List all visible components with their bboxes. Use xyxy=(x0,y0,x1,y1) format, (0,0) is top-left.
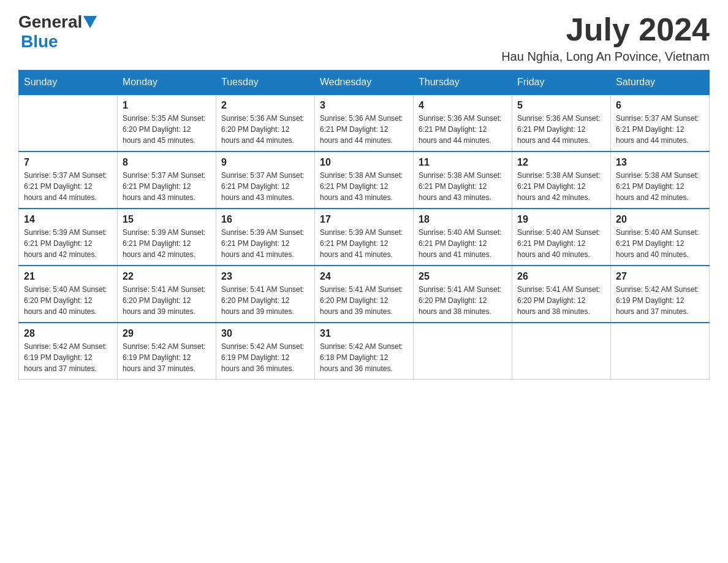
calendar-cell: 6Sunrise: 5:37 AM Sunset: 6:21 PM Daylig… xyxy=(611,94,710,151)
calendar-cell: 5Sunrise: 5:36 AM Sunset: 6:21 PM Daylig… xyxy=(512,94,611,151)
calendar-cell: 12Sunrise: 5:38 AM Sunset: 6:21 PM Dayli… xyxy=(512,151,611,209)
calendar-week-row: 21Sunrise: 5:40 AM Sunset: 6:20 PM Dayli… xyxy=(19,266,710,323)
location-subtitle: Hau Nghia, Long An Povince, Vietnam xyxy=(501,50,710,64)
calendar-cell: 23Sunrise: 5:41 AM Sunset: 6:20 PM Dayli… xyxy=(216,266,315,323)
title-section: July 2024 Hau Nghia, Long An Povince, Vi… xyxy=(501,12,710,64)
day-info: Sunrise: 5:37 AM Sunset: 6:21 PM Dayligh… xyxy=(24,170,112,203)
day-number: 28 xyxy=(24,328,112,339)
day-info: Sunrise: 5:41 AM Sunset: 6:20 PM Dayligh… xyxy=(517,284,605,317)
calendar-cell: 22Sunrise: 5:41 AM Sunset: 6:20 PM Dayli… xyxy=(118,266,216,323)
day-info: Sunrise: 5:42 AM Sunset: 6:18 PM Dayligh… xyxy=(320,341,408,374)
calendar-cell: 31Sunrise: 5:42 AM Sunset: 6:18 PM Dayli… xyxy=(315,323,414,380)
calendar-cell: 13Sunrise: 5:38 AM Sunset: 6:21 PM Dayli… xyxy=(611,151,710,209)
calendar-cell: 27Sunrise: 5:42 AM Sunset: 6:19 PM Dayli… xyxy=(611,266,710,323)
day-info: Sunrise: 5:41 AM Sunset: 6:20 PM Dayligh… xyxy=(123,284,211,317)
day-number: 2 xyxy=(221,100,309,111)
calendar-cell: 7Sunrise: 5:37 AM Sunset: 6:21 PM Daylig… xyxy=(19,151,118,209)
calendar-cell: 19Sunrise: 5:40 AM Sunset: 6:21 PM Dayli… xyxy=(512,209,611,266)
calendar-cell: 25Sunrise: 5:41 AM Sunset: 6:20 PM Dayli… xyxy=(414,266,512,323)
day-info: Sunrise: 5:41 AM Sunset: 6:20 PM Dayligh… xyxy=(320,284,408,317)
day-info: Sunrise: 5:36 AM Sunset: 6:21 PM Dayligh… xyxy=(517,113,605,146)
day-info: Sunrise: 5:40 AM Sunset: 6:21 PM Dayligh… xyxy=(419,227,507,260)
calendar-week-row: 28Sunrise: 5:42 AM Sunset: 6:19 PM Dayli… xyxy=(19,323,710,380)
logo-arrow-icon xyxy=(83,16,97,29)
day-number: 20 xyxy=(616,214,704,225)
calendar-cell: 8Sunrise: 5:37 AM Sunset: 6:21 PM Daylig… xyxy=(118,151,216,209)
day-number: 19 xyxy=(517,214,605,225)
day-info: Sunrise: 5:40 AM Sunset: 6:21 PM Dayligh… xyxy=(616,227,704,260)
month-year-title: July 2024 xyxy=(501,12,710,47)
calendar-cell: 18Sunrise: 5:40 AM Sunset: 6:21 PM Dayli… xyxy=(414,209,512,266)
day-number: 24 xyxy=(320,271,408,282)
day-number: 7 xyxy=(24,157,112,168)
day-number: 3 xyxy=(320,100,408,111)
day-info: Sunrise: 5:40 AM Sunset: 6:20 PM Dayligh… xyxy=(24,284,112,317)
calendar-cell: 3Sunrise: 5:36 AM Sunset: 6:21 PM Daylig… xyxy=(315,94,414,151)
day-info: Sunrise: 5:39 AM Sunset: 6:21 PM Dayligh… xyxy=(123,227,211,260)
day-number: 29 xyxy=(123,328,211,339)
calendar-cell xyxy=(611,323,710,380)
calendar-cell: 14Sunrise: 5:39 AM Sunset: 6:21 PM Dayli… xyxy=(19,209,118,266)
day-info: Sunrise: 5:36 AM Sunset: 6:21 PM Dayligh… xyxy=(320,113,408,146)
calendar-cell xyxy=(19,94,118,151)
day-info: Sunrise: 5:38 AM Sunset: 6:21 PM Dayligh… xyxy=(517,170,605,203)
day-info: Sunrise: 5:37 AM Sunset: 6:21 PM Dayligh… xyxy=(221,170,309,203)
col-header-friday: Friday xyxy=(512,71,611,95)
day-info: Sunrise: 5:39 AM Sunset: 6:21 PM Dayligh… xyxy=(24,227,112,260)
day-number: 22 xyxy=(123,271,211,282)
day-number: 11 xyxy=(419,157,507,168)
calendar-cell: 11Sunrise: 5:38 AM Sunset: 6:21 PM Dayli… xyxy=(414,151,512,209)
calendar-cell: 9Sunrise: 5:37 AM Sunset: 6:21 PM Daylig… xyxy=(216,151,315,209)
calendar-cell: 29Sunrise: 5:42 AM Sunset: 6:19 PM Dayli… xyxy=(118,323,216,380)
calendar-cell: 20Sunrise: 5:40 AM Sunset: 6:21 PM Dayli… xyxy=(611,209,710,266)
day-number: 4 xyxy=(419,100,507,111)
day-number: 26 xyxy=(517,271,605,282)
calendar-cell: 1Sunrise: 5:35 AM Sunset: 6:20 PM Daylig… xyxy=(118,94,216,151)
logo-blue-text: Blue xyxy=(21,32,58,52)
calendar-cell: 30Sunrise: 5:42 AM Sunset: 6:19 PM Dayli… xyxy=(216,323,315,380)
day-number: 18 xyxy=(419,214,507,225)
day-number: 31 xyxy=(320,328,408,339)
day-number: 6 xyxy=(616,100,704,111)
calendar-cell xyxy=(414,323,512,380)
logo: General Blue xyxy=(18,12,97,52)
day-info: Sunrise: 5:42 AM Sunset: 6:19 PM Dayligh… xyxy=(221,341,309,374)
day-number: 27 xyxy=(616,271,704,282)
day-info: Sunrise: 5:42 AM Sunset: 6:19 PM Dayligh… xyxy=(24,341,112,374)
col-header-monday: Monday xyxy=(118,71,216,95)
day-number: 8 xyxy=(123,157,211,168)
day-number: 1 xyxy=(123,100,211,111)
day-info: Sunrise: 5:35 AM Sunset: 6:20 PM Dayligh… xyxy=(123,113,211,146)
day-info: Sunrise: 5:38 AM Sunset: 6:21 PM Dayligh… xyxy=(419,170,507,203)
day-number: 12 xyxy=(517,157,605,168)
day-number: 9 xyxy=(221,157,309,168)
day-number: 25 xyxy=(419,271,507,282)
day-info: Sunrise: 5:39 AM Sunset: 6:21 PM Dayligh… xyxy=(320,227,408,260)
day-info: Sunrise: 5:38 AM Sunset: 6:21 PM Dayligh… xyxy=(320,170,408,203)
calendar-header-row: SundayMondayTuesdayWednesdayThursdayFrid… xyxy=(19,71,710,95)
day-info: Sunrise: 5:36 AM Sunset: 6:21 PM Dayligh… xyxy=(419,113,507,146)
calendar-cell: 24Sunrise: 5:41 AM Sunset: 6:20 PM Dayli… xyxy=(315,266,414,323)
calendar-week-row: 14Sunrise: 5:39 AM Sunset: 6:21 PM Dayli… xyxy=(19,209,710,266)
calendar-cell: 21Sunrise: 5:40 AM Sunset: 6:20 PM Dayli… xyxy=(19,266,118,323)
page-header: General Blue July 2024 Hau Nghia, Long A… xyxy=(18,12,710,64)
day-number: 10 xyxy=(320,157,408,168)
day-info: Sunrise: 5:42 AM Sunset: 6:19 PM Dayligh… xyxy=(123,341,211,374)
calendar-cell: 2Sunrise: 5:36 AM Sunset: 6:20 PM Daylig… xyxy=(216,94,315,151)
calendar-cell: 26Sunrise: 5:41 AM Sunset: 6:20 PM Dayli… xyxy=(512,266,611,323)
calendar-cell: 28Sunrise: 5:42 AM Sunset: 6:19 PM Dayli… xyxy=(19,323,118,380)
day-number: 15 xyxy=(123,214,211,225)
calendar-cell: 15Sunrise: 5:39 AM Sunset: 6:21 PM Dayli… xyxy=(118,209,216,266)
calendar-week-row: 7Sunrise: 5:37 AM Sunset: 6:21 PM Daylig… xyxy=(19,151,710,209)
calendar-table: SundayMondayTuesdayWednesdayThursdayFrid… xyxy=(18,70,710,380)
day-info: Sunrise: 5:41 AM Sunset: 6:20 PM Dayligh… xyxy=(221,284,309,317)
logo-general-text: General xyxy=(18,12,82,32)
day-info: Sunrise: 5:37 AM Sunset: 6:21 PM Dayligh… xyxy=(123,170,211,203)
calendar-cell: 4Sunrise: 5:36 AM Sunset: 6:21 PM Daylig… xyxy=(414,94,512,151)
day-number: 17 xyxy=(320,214,408,225)
svg-marker-0 xyxy=(83,16,97,28)
calendar-cell: 17Sunrise: 5:39 AM Sunset: 6:21 PM Dayli… xyxy=(315,209,414,266)
day-info: Sunrise: 5:42 AM Sunset: 6:19 PM Dayligh… xyxy=(616,284,704,317)
day-info: Sunrise: 5:37 AM Sunset: 6:21 PM Dayligh… xyxy=(616,113,704,146)
col-header-sunday: Sunday xyxy=(19,71,118,95)
